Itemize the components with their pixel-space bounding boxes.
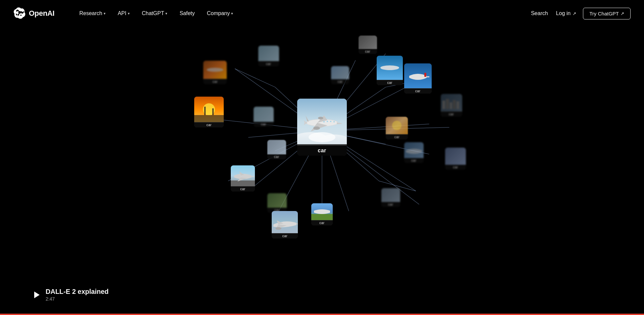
visualization-area: .conn { stroke: rgba(150,180,230,0.5); s… bbox=[94, 20, 550, 275]
node-rf-label: car bbox=[441, 112, 462, 117]
bottom-bar bbox=[0, 314, 644, 315]
svg-point-35 bbox=[207, 68, 223, 72]
svg-point-29 bbox=[313, 126, 320, 130]
node-tl1-label: car bbox=[203, 79, 227, 84]
nav-safety[interactable]: Safety bbox=[175, 8, 199, 19]
node-tc1[interactable]: car bbox=[258, 46, 279, 66]
node-rl1-label: car bbox=[404, 158, 424, 163]
login-button[interactable]: Log in ↗ bbox=[555, 8, 578, 19]
center-node[interactable]: car bbox=[297, 99, 347, 156]
node-bc2-label: car bbox=[311, 220, 333, 225]
nav-api[interactable]: API ▾ bbox=[113, 8, 135, 19]
company-chevron-icon: ▾ bbox=[231, 11, 233, 16]
node-tc2[interactable]: car bbox=[331, 66, 349, 84]
video-label: DALL-E 2 explained 2:47 bbox=[34, 288, 109, 302]
node-l1-label: car bbox=[194, 122, 224, 127]
node-frl[interactable]: car bbox=[445, 148, 466, 170]
node-cl1[interactable]: car bbox=[254, 107, 274, 127]
node-bc2[interactable]: car bbox=[311, 203, 333, 225]
research-chevron-icon: ▾ bbox=[104, 11, 106, 16]
node-tr1-label: car bbox=[377, 80, 403, 85]
svg-rect-45 bbox=[204, 107, 206, 115]
svg-rect-44 bbox=[194, 115, 224, 122]
svg-point-27 bbox=[309, 132, 335, 142]
nav-links: Research ▾ API ▾ ChatGPT ▾ Safety Compan… bbox=[74, 8, 529, 19]
try-chatgpt-arrow-icon: ↗ bbox=[621, 11, 624, 16]
svg-rect-41 bbox=[453, 100, 456, 109]
node-tc2-label: car bbox=[331, 79, 349, 84]
svg-point-34 bbox=[333, 121, 335, 122]
node-tr2-label: car bbox=[359, 49, 377, 54]
node-r1[interactable]: car bbox=[404, 63, 432, 94]
svg-point-30 bbox=[318, 117, 323, 119]
svg-rect-42 bbox=[457, 101, 459, 109]
node-tc1-label: car bbox=[258, 61, 279, 66]
node-cl2[interactable]: car bbox=[267, 140, 286, 159]
logo[interactable]: OpenAI bbox=[13, 7, 54, 19]
try-chatgpt-button[interactable]: Try ChatGPT ↗ bbox=[583, 8, 631, 19]
svg-rect-38 bbox=[442, 101, 445, 109]
video-info: DALL-E 2 explained 2:47 bbox=[46, 288, 109, 302]
node-br1-label: car bbox=[381, 202, 400, 207]
svg-rect-47 bbox=[231, 180, 255, 186]
node-bl1[interactable]: car bbox=[272, 211, 298, 239]
svg-point-49 bbox=[275, 227, 281, 230]
navbar: OpenAI Research ▾ API ▾ ChatGPT ▾ Safety… bbox=[0, 0, 644, 27]
node-rf[interactable]: car bbox=[441, 94, 462, 117]
node-bl1-label: car bbox=[272, 233, 298, 239]
play-button[interactable] bbox=[34, 292, 40, 298]
svg-rect-48 bbox=[311, 214, 333, 220]
main-content: .conn { stroke: rgba(150,180,230,0.5); s… bbox=[0, 0, 644, 315]
node-bc1[interactable]: car bbox=[267, 193, 287, 213]
svg-point-36 bbox=[380, 65, 399, 70]
node-cl1-label: car bbox=[254, 122, 274, 127]
nav-chatgpt[interactable]: ChatGPT ▾ bbox=[137, 8, 172, 19]
api-chevron-icon: ▾ bbox=[128, 11, 130, 16]
nav-research[interactable]: Research ▾ bbox=[74, 8, 110, 19]
nav-company[interactable]: Company ▾ bbox=[202, 8, 238, 19]
svg-rect-39 bbox=[446, 99, 449, 109]
svg-rect-37 bbox=[424, 73, 426, 77]
chatgpt-chevron-icon: ▾ bbox=[165, 11, 167, 16]
openai-logo-icon bbox=[13, 7, 25, 19]
node-ll1[interactable]: car bbox=[231, 165, 255, 192]
search-button[interactable]: Search bbox=[530, 8, 549, 19]
svg-point-33 bbox=[330, 121, 331, 122]
node-cl2-label: car bbox=[267, 154, 286, 159]
node-rl1[interactable]: car bbox=[404, 142, 424, 163]
node-l1[interactable]: car bbox=[194, 97, 224, 127]
svg-rect-40 bbox=[450, 102, 452, 109]
video-duration: 2:47 bbox=[46, 296, 109, 302]
svg-point-32 bbox=[327, 121, 328, 122]
node-tr1[interactable]: car bbox=[377, 56, 403, 85]
node-frl-label: car bbox=[445, 165, 466, 170]
node-br1[interactable]: car bbox=[381, 188, 400, 207]
node-ll1-label: car bbox=[231, 187, 255, 192]
svg-point-31 bbox=[323, 121, 325, 122]
center-node-label: car bbox=[297, 146, 347, 156]
node-tr2[interactable]: car bbox=[359, 36, 377, 54]
logo-text: OpenAI bbox=[29, 9, 54, 18]
video-title: DALL-E 2 explained bbox=[46, 288, 109, 296]
node-rc1-label: car bbox=[386, 135, 408, 140]
nav-right: Search Log in ↗ Try ChatGPT ↗ bbox=[530, 8, 631, 19]
node-r1-label: car bbox=[404, 89, 432, 94]
node-rc1[interactable]: car bbox=[386, 117, 408, 140]
login-arrow-icon: ↗ bbox=[573, 11, 576, 16]
svg-point-50 bbox=[392, 121, 401, 130]
svg-line-21 bbox=[235, 69, 275, 87]
svg-rect-46 bbox=[212, 108, 214, 115]
node-tl1[interactable]: car bbox=[203, 61, 227, 84]
